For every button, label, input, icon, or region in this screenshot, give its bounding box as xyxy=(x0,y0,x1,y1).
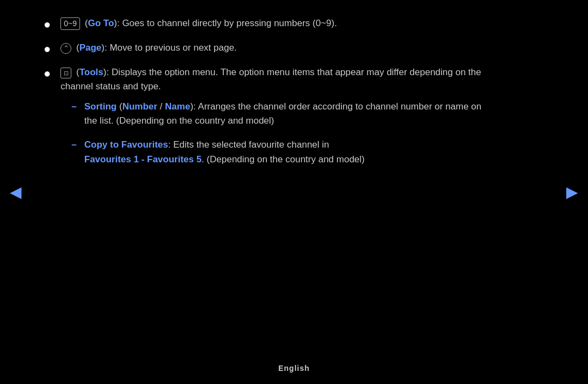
sub-text-copy: Copy to Favourites: Edits the selected f… xyxy=(84,138,490,167)
label-favourites-range: Favourites 1 - Favourites 5 xyxy=(84,154,201,164)
sub-item-sorting: – Sorting (Number / Name): Arranges the … xyxy=(60,100,490,129)
sub-list: – Sorting (Number / Name): Arranges the … xyxy=(60,100,490,167)
bullet-item-tools: ● ⊡ (Tools): Displays the option menu. T… xyxy=(44,65,490,176)
bullet-text-tools: ⊡ (Tools): Displays the option menu. The… xyxy=(60,65,490,176)
bullet-list: ● 0~9 (Go To): Goes to channel directly … xyxy=(44,16,490,176)
bullet-item-goto: ● 0~9 (Go To): Goes to channel directly … xyxy=(44,16,490,33)
sub-dash-2: – xyxy=(71,138,76,152)
sub-dash-1: – xyxy=(71,100,76,114)
key-icon-goto: 0~9 xyxy=(60,17,80,29)
main-content: ● 0~9 (Go To): Goes to channel directly … xyxy=(0,0,534,217)
label-number: Number xyxy=(122,101,157,112)
label-sorting: Sorting xyxy=(84,101,117,112)
bullet-dot-2: ● xyxy=(44,40,51,58)
bullet-text-goto: 0~9 (Go To): Goes to channel directly by… xyxy=(60,16,490,31)
nav-arrow-right[interactable]: ▶ xyxy=(566,181,578,204)
bullet-dot-1: ● xyxy=(44,15,51,33)
bullet-item-page: ● ⌃ (Page): Move to previous or next pag… xyxy=(44,41,490,58)
footer-language: English xyxy=(278,363,310,374)
nav-arrow-left[interactable]: ◀ xyxy=(10,181,22,204)
label-page: Page xyxy=(79,42,102,53)
sub-text-sorting: Sorting (Number / Name): Arranges the ch… xyxy=(84,100,490,129)
sub-item-copy-favourites: – Copy to Favourites: Edits the selected… xyxy=(60,138,490,167)
label-tools: Tools xyxy=(79,67,103,77)
label-copy-favourites: Copy to Favourites xyxy=(84,139,168,150)
bullet-text-page: ⌃ (Page): Move to previous or next page. xyxy=(60,41,490,55)
tools-icon: ⊡ xyxy=(60,68,71,78)
page-icon: ⌃ xyxy=(60,43,71,54)
label-goto: Go To xyxy=(88,18,114,28)
bullet-dot-3: ● xyxy=(44,64,51,82)
label-name: Name xyxy=(165,101,190,112)
